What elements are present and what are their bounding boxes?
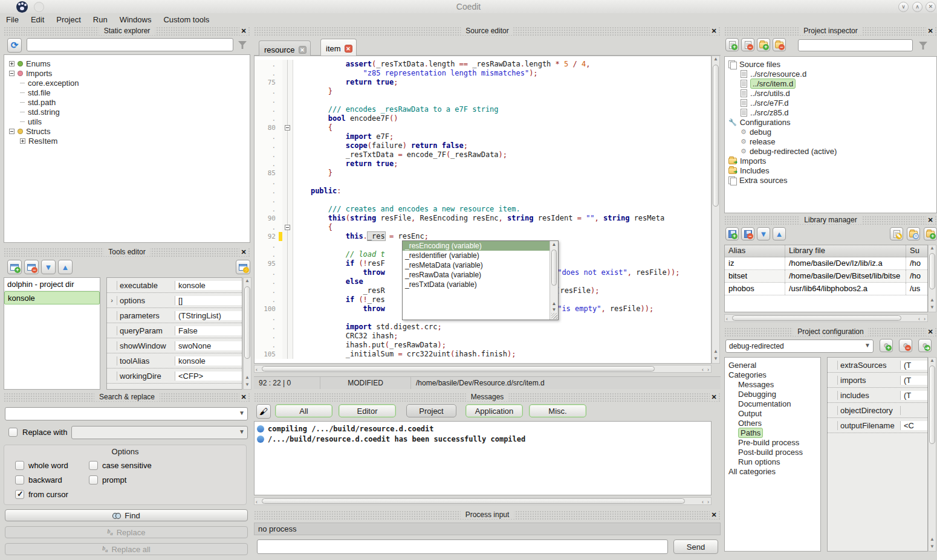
filter-misc[interactable]: Misc.	[529, 404, 586, 417]
scroll-thumb[interactable]	[929, 253, 935, 289]
remove-source-button[interactable]: −	[741, 38, 754, 51]
inspector-item--src-utils-d[interactable]: ../src/utils.d	[726, 88, 935, 98]
remove-configuration-button[interactable]: ⚙−	[899, 339, 912, 352]
tree-item-structs[interactable]: Structs	[7, 126, 247, 136]
refresh-button[interactable]: ⟳	[7, 38, 22, 53]
scroll-left-icon[interactable]: ‹	[702, 499, 704, 505]
library-hscrollbar[interactable]: ‹ ‹ ›	[724, 314, 928, 322]
filter-project[interactable]: Project	[406, 404, 456, 417]
tools-grid-scrollbar[interactable]: ▲ ▲ ▼	[243, 277, 251, 390]
backward-checkbox[interactable]	[15, 475, 24, 484]
scroll-up-icon[interactable]: ▲	[244, 375, 251, 382]
property-expand-cell[interactable]: ›	[107, 297, 117, 304]
collapse-icon[interactable]	[9, 71, 15, 76]
whole-word-checkbox[interactable]	[15, 461, 24, 470]
library-vscrollbar[interactable]: ▲ ▲ ▼	[928, 245, 936, 312]
library-row[interactable]: bitset/home/basile/Dev/Bitset/lib/bitse/…	[725, 270, 927, 283]
scroll-up-icon[interactable]: ▲	[929, 245, 936, 253]
expand-icon[interactable]	[9, 61, 15, 66]
tab-close-icon[interactable]: ✕	[299, 46, 306, 54]
property-value[interactable]: (T	[901, 361, 927, 370]
add-configuration-button[interactable]: ⚙+	[880, 339, 893, 352]
add-library-button[interactable]: +	[725, 227, 739, 240]
property-value[interactable]: []	[175, 296, 242, 305]
property-value[interactable]: (T	[901, 376, 927, 385]
scroll-left-icon[interactable]: ‹	[256, 367, 258, 373]
column-header-alias[interactable]: Alias	[725, 245, 785, 257]
menu-windows[interactable]: Windows	[114, 13, 158, 26]
property-value[interactable]: <C	[901, 421, 927, 430]
scroll-thumb[interactable]	[929, 365, 935, 444]
scroll-thumb[interactable]	[262, 498, 685, 504]
expand-icon[interactable]	[20, 138, 25, 144]
scroll-down-icon[interactable]: ▼	[550, 307, 558, 312]
config-category-post-build-process[interactable]: Post-build process	[725, 447, 820, 457]
scroll-thumb[interactable]	[551, 249, 557, 286]
search-replace-close-icon[interactable]: ✕	[239, 393, 248, 401]
completion-item[interactable]: _resIdentifier (variable)	[403, 251, 550, 260]
tab-close-icon[interactable]: ✕	[345, 45, 352, 53]
inspector-item-debug[interactable]: ⚙debug	[726, 127, 935, 137]
fold-collapse-icon[interactable]	[285, 125, 290, 130]
tab-item[interactable]: item✕	[320, 39, 357, 56]
tool-list-item[interactable]: konsole	[4, 291, 100, 304]
config-category-messages[interactable]: Messages	[725, 379, 820, 389]
filter-icon[interactable]	[919, 42, 927, 50]
config-category-pre-build-process[interactable]: Pre-build process	[725, 437, 820, 447]
scroll-up-icon[interactable]: ▲	[712, 349, 719, 356]
property-value[interactable]: swoNone	[175, 341, 242, 350]
case-sensitive-checkbox[interactable]	[89, 461, 98, 470]
scroll-left-icon[interactable]: ‹	[702, 367, 704, 373]
tree-item-resitem[interactable]: ResItem	[7, 136, 247, 146]
property-value[interactable]: konsole	[175, 356, 242, 365]
scroll-right-icon[interactable]: ›	[707, 367, 709, 373]
inspector-item-release[interactable]: ⚙release	[726, 137, 935, 146]
maximize-button[interactable]: ∧	[912, 2, 922, 12]
property-value[interactable]: (TStringList)	[175, 311, 242, 320]
popup-scrollbar[interactable]: ▲ ▲ ▼	[550, 241, 558, 320]
scroll-right-icon[interactable]: ›	[707, 499, 709, 505]
code-area[interactable]: . assert(_resTxtData.length == _resRawDa…	[254, 56, 712, 364]
project-configuration-close-icon[interactable]: ✕	[926, 327, 935, 336]
from-cursor-checkbox[interactable]	[15, 490, 24, 499]
source-editor-close-icon[interactable]: ✕	[710, 27, 718, 35]
scroll-down-icon[interactable]: ▼	[712, 356, 719, 363]
library-from-project-button[interactable]: ⚙	[907, 227, 920, 240]
inspector-item-extra-sources[interactable]: Extra sources	[726, 175, 935, 185]
column-header-library file[interactable]: Library file	[785, 245, 906, 257]
minimize-button[interactable]: ∨	[898, 2, 909, 12]
scroll-up-icon[interactable]: ▲	[550, 242, 558, 247]
tree-item-std-path[interactable]: std.path	[7, 97, 247, 107]
replace-with-checkbox[interactable]	[8, 428, 18, 437]
property-value[interactable]: konsole	[175, 281, 242, 290]
messages-close-icon[interactable]: ✕	[710, 393, 718, 401]
completion-item[interactable]: _resTxtData (variable)	[403, 280, 550, 289]
inspector-item-source-files[interactable]: Source files	[726, 59, 935, 69]
config-vscrollbar[interactable]: ▲ ▲ ▼	[928, 357, 936, 552]
editor-hscrollbar[interactable]: ‹ ‹ ›	[254, 365, 712, 373]
move-library-down-button[interactable]: ▼	[757, 227, 770, 240]
replace-term-combo[interactable]: ▼	[71, 426, 248, 439]
clear-messages-button[interactable]: 🖌	[256, 404, 271, 419]
config-category-debugging[interactable]: Debugging	[725, 389, 820, 399]
close-button[interactable]: ✕	[926, 2, 936, 12]
scroll-down-icon[interactable]: ▼	[929, 304, 936, 312]
edit-library-button[interactable]: ✎	[890, 227, 903, 240]
library-row[interactable]: iz/home/basile/Dev/Iz/lib/iz.a/ho	[725, 257, 927, 270]
completion-item[interactable]: _resEncoding (variable)	[403, 241, 550, 251]
tools-editor-close-icon[interactable]: ✕	[239, 248, 248, 256]
completion-item[interactable]: _resRawData (variable)	[403, 270, 550, 280]
library-row[interactable]: phobos/usr/lib64/libphobos2.a/us	[725, 283, 927, 295]
prompt-checkbox[interactable]	[89, 475, 98, 484]
config-category-others[interactable]: Others	[725, 418, 820, 428]
scroll-up-icon[interactable]: ▲	[929, 297, 936, 304]
static-explorer-close-icon[interactable]: ✕	[239, 27, 248, 35]
tree-item-core-exception[interactable]: core.exception	[7, 78, 247, 88]
filter-icon[interactable]	[238, 41, 247, 49]
menu-custom-tools[interactable]: Custom tools	[157, 13, 215, 26]
inspector-filter-input[interactable]	[798, 39, 913, 51]
tree-item-std-string[interactable]: std.string	[7, 107, 247, 117]
tree-item-enums[interactable]: Enums	[7, 59, 247, 68]
replace-all-button[interactable]: ba Replace all	[5, 543, 248, 555]
replace-button[interactable]: ba Replace	[5, 526, 248, 538]
